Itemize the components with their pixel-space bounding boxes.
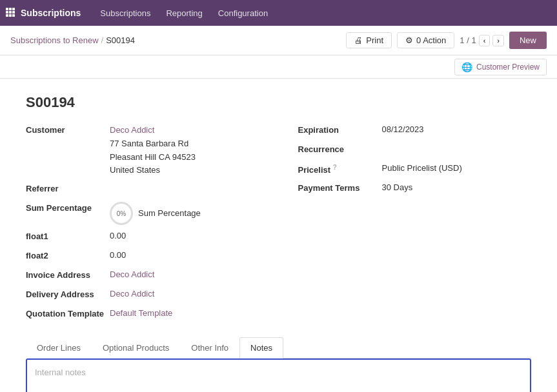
customer-field-row: Customer Deco Addict 77 Santa Barbara Rd… [26,124,259,177]
sum-percentage-field-row: Sum Percentage 0% Sum Percentage [26,202,259,225]
svg-rect-7 [9,14,12,17]
customer-preview-button[interactable]: 🌐 Customer Preview [454,59,547,75]
customer-value: Deco Addict 77 Santa Barbara Rd Pleasant… [110,124,196,177]
svg-rect-1 [9,8,12,10]
action-bar: Subscriptions to Renew / S00194 🖨 Print … [0,26,557,55]
globe-icon: 🌐 [461,62,472,72]
tab-notes[interactable]: Notes [239,337,283,358]
main-content: S00194 Customer Deco Addict 77 Santa Bar… [0,79,557,392]
delivery-address-label: Delivery Address [26,288,110,299]
payment-terms-value[interactable]: 30 Days [382,182,413,193]
svg-rect-5 [12,11,15,14]
print-icon: 🖨 [354,35,363,45]
quotation-template-value[interactable]: Default Template [110,308,172,319]
delivery-address-field-row: Delivery Address Deco Addict [26,288,259,302]
payment-terms-label: Payment Terms [298,182,382,193]
float1-label: float1 [26,230,110,241]
float2-field-row: float2 0.00 [26,250,259,264]
referrer-label: Referrer [26,182,110,193]
referrer-field-row: Referrer [26,182,259,197]
expiration-field-row: Expiration 08/12/2023 [298,124,532,138]
nav-reporting[interactable]: Reporting [159,6,208,21]
form-col-right: Expiration 08/12/2023 Recurrence Priceli… [298,124,532,327]
app-name: Subscriptions [21,8,81,18]
nav-configuration[interactable]: Configuration [212,6,274,21]
pagination: 1 / 1 ‹ › [460,35,504,46]
app-grid-icon[interactable] [5,7,15,19]
notes-placeholder: Internal notes [35,368,86,377]
tab-optional-products[interactable]: Optional Products [92,337,180,358]
svg-rect-8 [12,14,15,17]
new-button[interactable]: New [509,32,547,49]
svg-rect-0 [6,8,8,10]
invoice-address-value[interactable]: Deco Addict [110,269,154,280]
next-record-button[interactable]: › [492,35,504,46]
gear-icon: ⚙ [405,35,413,45]
print-button[interactable]: 🖨 Print [346,32,392,48]
svg-rect-2 [12,8,15,10]
delivery-address-value[interactable]: Deco Addict [110,288,154,300]
breadcrumb-current: S00194 [106,35,135,45]
invoice-address-field-row: Invoice Address Deco Addict [26,269,259,283]
sum-percentage-text: Sum Percentage [138,208,201,219]
quotation-template-label: Quotation Template [26,308,110,318]
nav-subscriptions[interactable]: Subscriptions [94,6,157,21]
sum-percentage-donut: 0% [110,202,133,225]
sum-percentage-widget: 0% Sum Percentage [110,202,201,225]
expiration-value[interactable]: 08/12/2023 [382,124,424,135]
breadcrumb-separator: / [101,35,104,45]
action-button[interactable]: ⚙ 0 Action [397,32,454,48]
float2-label: float2 [26,250,110,260]
quotation-template-field-row: Quotation Template Default Template [26,308,259,322]
form-section: Customer Deco Addict 77 Santa Barbara Rd… [26,124,531,327]
pricelist-field-row: Pricelist ? Public Pricelist (USD) [298,162,532,177]
prev-record-button[interactable]: ‹ [479,35,491,46]
breadcrumb: Subscriptions to Renew / S00194 [10,35,341,45]
tabs-bar: Order Lines Optional Products Other Info… [26,337,531,358]
tab-other-info[interactable]: Other Info [180,337,239,358]
customer-preview-bar: 🌐 Customer Preview [0,55,557,79]
pricelist-label: Pricelist ? [298,162,382,175]
svg-rect-3 [6,11,8,14]
top-navigation: Subscriptions Subscriptions Reporting Co… [0,0,557,26]
action-bar-right: 🖨 Print ⚙ 0 Action 1 / 1 ‹ › New [346,32,547,49]
float1-field-row: float1 0.00 [26,230,259,244]
svg-rect-4 [9,11,12,14]
pricelist-help-icon[interactable]: ? [333,164,337,171]
recurrence-label: Recurrence [298,143,382,154]
expiration-label: Expiration [298,124,382,135]
document-title: S00194 [26,94,531,111]
payment-terms-field-row: Payment Terms 30 Days [298,182,532,196]
svg-rect-6 [6,14,8,17]
sum-percentage-label: Sum Percentage [26,202,110,213]
notes-area[interactable]: Internal notes [26,358,531,392]
pricelist-value[interactable]: Public Pricelist (USD) [382,162,462,174]
form-col-left: Customer Deco Addict 77 Santa Barbara Rd… [26,124,259,327]
float2-value[interactable]: 0.00 [110,250,126,261]
tab-order-lines[interactable]: Order Lines [26,337,92,358]
breadcrumb-parent[interactable]: Subscriptions to Renew [10,35,99,45]
float1-value[interactable]: 0.00 [110,230,126,242]
invoice-address-label: Invoice Address [26,269,110,280]
recurrence-field-row: Recurrence [298,143,532,157]
customer-label: Customer [26,124,110,135]
